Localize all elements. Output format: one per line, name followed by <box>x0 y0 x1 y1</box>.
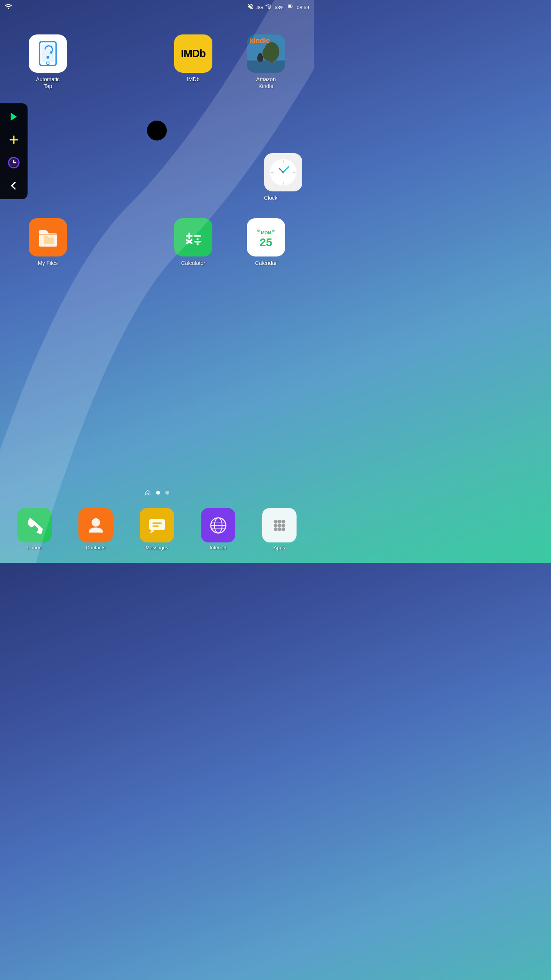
imdb-label: IMDb <box>187 76 199 83</box>
top-app-row: AutomaticTap IMDb IMDb <box>0 34 314 90</box>
dock-phone[interactable]: Phone <box>17 508 52 550</box>
svg-rect-6 <box>292 6 293 7</box>
svg-rect-13 <box>247 60 285 73</box>
svg-point-52 <box>91 518 100 526</box>
app-dock: Phone Contacts Messages <box>0 501 314 563</box>
imdb-icon[interactable]: IMDb <box>174 34 212 73</box>
apps-label: Apps <box>274 545 285 550</box>
kindle-icon[interactable]: kindle <box>247 34 285 73</box>
calendar-label: Calendar <box>255 260 277 266</box>
my-files-label: My Files <box>38 260 58 266</box>
status-right: 4G 63% 08:59 <box>247 3 309 11</box>
page-dot-active <box>156 491 160 495</box>
svg-text:kindle: kindle <box>250 37 270 44</box>
automatic-tap-icon[interactable] <box>29 34 67 73</box>
messages-dock-icon[interactable] <box>140 508 174 542</box>
app-amazon-kindle[interactable]: kindle AmazonKindle <box>243 34 289 90</box>
svg-point-11 <box>46 62 49 65</box>
svg-point-65 <box>274 523 277 527</box>
svg-point-70 <box>281 527 285 531</box>
battery-percent: 63% <box>274 5 284 10</box>
clock-icon[interactable] <box>264 153 302 191</box>
kindle-label: AmazonKindle <box>256 76 276 90</box>
svg-rect-56 <box>152 525 159 526</box>
svg-text:MON: MON <box>261 230 271 235</box>
apps-dock-icon[interactable] <box>262 508 297 542</box>
internet-dock-icon[interactable] <box>201 508 235 542</box>
imdb-text: IMDb <box>181 47 205 60</box>
page-indicator <box>0 490 314 496</box>
floating-dot[interactable] <box>147 121 167 140</box>
svg-rect-2 <box>269 6 270 8</box>
calculator-icon[interactable] <box>174 218 212 256</box>
svg-point-18 <box>258 53 262 57</box>
dock-apps[interactable]: Apps <box>262 508 297 550</box>
my-files-icon[interactable] <box>29 218 67 256</box>
svg-rect-0 <box>270 5 271 8</box>
svg-point-42 <box>196 238 198 240</box>
svg-point-49 <box>257 229 260 232</box>
svg-text:25: 25 <box>259 236 272 248</box>
dock-contacts[interactable]: Contacts <box>78 508 113 550</box>
signal-icon <box>265 3 272 11</box>
clock-label: Clock <box>264 195 277 201</box>
calculator-label: Calculator <box>181 260 205 266</box>
contacts-dock-icon[interactable] <box>78 508 113 542</box>
svg-rect-5 <box>289 5 291 7</box>
clock-time: 08:59 <box>297 5 309 10</box>
status-left <box>5 3 12 12</box>
network-type: 4G <box>256 5 263 10</box>
svg-point-62 <box>274 519 277 523</box>
svg-point-68 <box>274 527 277 531</box>
toolbar-add-button[interactable] <box>6 132 22 148</box>
dock-internet[interactable]: Internet <box>201 508 235 550</box>
wifi-icon <box>5 3 12 12</box>
svg-point-66 <box>277 523 281 527</box>
svg-rect-3 <box>268 7 269 8</box>
toolbar-clock-button[interactable] <box>6 155 22 171</box>
toolbar-back-button[interactable] <box>6 178 22 194</box>
floating-toolbar <box>0 103 28 199</box>
svg-marker-20 <box>11 113 17 121</box>
svg-point-43 <box>196 243 198 245</box>
svg-point-64 <box>281 519 285 523</box>
svg-point-69 <box>277 527 281 531</box>
svg-point-67 <box>281 523 285 527</box>
svg-rect-55 <box>152 522 161 523</box>
home-dot <box>145 490 151 496</box>
svg-point-63 <box>277 519 281 523</box>
svg-point-10 <box>46 56 49 59</box>
app-imdb[interactable]: IMDb IMDb <box>170 34 216 90</box>
page-dot-next <box>165 491 169 495</box>
contacts-label: Contacts <box>86 545 105 550</box>
toolbar-play-button[interactable] <box>6 109 22 125</box>
mid-app-row: My Files Calculator <box>0 218 314 266</box>
calendar-icon[interactable]: MON 25 <box>247 218 285 256</box>
app-calendar[interactable]: MON 25 Calendar <box>243 218 289 266</box>
app-clock[interactable]: Clock <box>264 153 302 201</box>
internet-label: Internet <box>210 545 227 550</box>
svg-marker-54 <box>150 530 155 533</box>
svg-rect-1 <box>271 5 272 8</box>
app-calculator[interactable]: Calculator <box>170 218 216 266</box>
svg-rect-53 <box>149 519 165 530</box>
mute-icon <box>247 3 254 11</box>
automatic-tap-label: AutomaticTap <box>36 76 60 90</box>
phone-label: Phone <box>27 545 42 550</box>
battery-icon <box>287 4 294 11</box>
svg-point-35 <box>282 172 284 173</box>
messages-label: Messages <box>145 545 168 550</box>
phone-dock-icon[interactable] <box>17 508 52 542</box>
svg-point-16 <box>262 47 273 60</box>
status-bar: 4G 63% 08:59 <box>0 0 314 15</box>
app-my-files[interactable]: My Files <box>25 218 71 266</box>
svg-point-50 <box>272 229 275 232</box>
app-automatic-tap[interactable]: AutomaticTap <box>25 34 71 90</box>
svg-rect-8 <box>41 44 54 62</box>
dock-messages[interactable]: Messages <box>140 508 174 550</box>
